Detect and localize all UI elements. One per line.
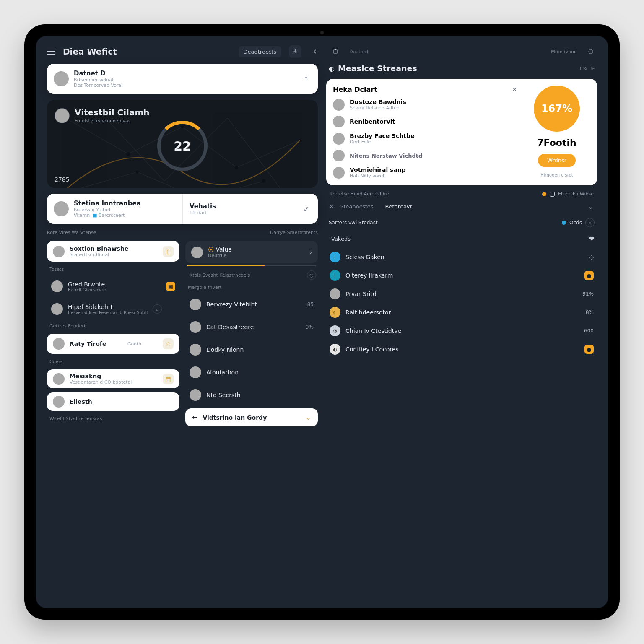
percentage-badge: 167% [534, 86, 580, 132]
chevron-left-icon[interactable] [309, 45, 322, 58]
profile-name: Datnet D [74, 70, 122, 77]
subbar-label: Sarters vwi Stodast [329, 220, 378, 226]
search-icon[interactable]: ⌕ [153, 304, 162, 314]
split-right-sub: fifr dad [190, 210, 296, 216]
progress-ring: 22 [157, 121, 208, 171]
list-item[interactable]: Afoufarbon [185, 363, 318, 382]
compass-icon: ◐ [329, 65, 335, 73]
list-item[interactable]: ◔Chian Iv Ctestidtve600 [326, 322, 597, 339]
avatar [54, 71, 69, 86]
badge-icon: ● [584, 271, 594, 280]
top-right-label[interactable]: Mrondvhod [551, 49, 577, 55]
avatar [191, 247, 203, 258]
panel-title: Heka Dclart [333, 86, 377, 93]
split-card: Stetina Inntranbea Rutervag Yultod Vkamn… [47, 194, 318, 224]
split-right[interactable]: Vehatis fifr dad ⤢ [182, 194, 318, 224]
avatar [53, 246, 65, 257]
list-item[interactable]: Hipef SidckehrtBesvemddced Pesentar lb R… [47, 300, 179, 318]
svg-line-9 [200, 181, 264, 188]
panel-big-value: 7Footih [537, 138, 576, 148]
map-corner-value: 2785 [55, 176, 70, 183]
avatar [53, 338, 65, 350]
search-icon[interactable]: ⌕ [585, 218, 595, 227]
detail-panel: Heka Dclart✕ Dustoze BawdnisSnamr Rélsun… [326, 79, 597, 185]
download-icon[interactable] [289, 45, 301, 58]
list-item[interactable]: Nto Secrsth [185, 386, 318, 404]
list-item[interactable]: Dodky Nionn [185, 340, 318, 359]
list-item[interactable]: Gred BrwnteBatrcll Ghocsowre ▦ [47, 277, 179, 296]
chevron-right-icon: › [309, 248, 312, 256]
chevron-down-icon: ⌄ [306, 413, 311, 421]
wide-button[interactable]: ← Vidtsrino lan Gordy ⌄ [185, 408, 318, 426]
avatar [54, 201, 69, 216]
action-button[interactable]: Wrdnsr [538, 154, 576, 167]
profile-sub2: Dbs Torncorved Voral [74, 83, 122, 88]
note-icon[interactable]: ▤ [163, 374, 174, 384]
checkbox[interactable] [550, 192, 555, 197]
map-sub: Fruelsty teaycono vevas [75, 118, 150, 124]
list-item[interactable]: iOlterey lirakarm● [326, 267, 597, 284]
heart-icon[interactable]: ❤ [589, 235, 595, 243]
circle-icon[interactable]: ○ [307, 270, 316, 280]
value-tile[interactable]: ⦿ ValueDeutrile › [185, 241, 318, 263]
svg-point-17 [136, 171, 138, 173]
section-label: Darrye Sraertrtifents [270, 230, 318, 235]
svg-point-15 [235, 166, 239, 169]
svg-line-6 [236, 140, 300, 168]
topbar: Diea Wefict Deadtreccts Duatnrd Mrondvho… [47, 45, 597, 58]
list-item[interactable]: Cat Desastregre9% [185, 318, 318, 336]
section-label: Rote Vires Wa Vtense [47, 230, 96, 235]
chat-icon: ◌ [589, 254, 594, 260]
app-title: Diea Wefict [63, 47, 231, 57]
expand-icon[interactable]: ⤢ [301, 204, 311, 214]
chevron-down-icon[interactable]: ⌄ [587, 203, 595, 210]
split-left[interactable]: Stetina Inntranbea Rutervag Yultod Vkamn… [47, 194, 182, 224]
arrow-up-icon [301, 74, 311, 84]
svg-line-8 [137, 172, 200, 188]
star-icon[interactable]: ☆ [163, 338, 174, 349]
list-item[interactable]: MesiakngVestigntarzh d CO bootetal ▤ [47, 369, 179, 388]
top-duatnrd[interactable]: Duatnrd [349, 49, 368, 55]
svg-line-12 [228, 118, 282, 188]
badge-icon: ● [584, 345, 594, 354]
list-item[interactable]: Soxtion BinawsheSraterttsr idfioral ▯ [47, 241, 179, 262]
power-icon[interactable] [584, 45, 597, 58]
arrow-left-icon: ← [192, 413, 197, 421]
list-item[interactable]: Raty Tirofe Gooth ☆ [47, 334, 179, 354]
avatar [53, 373, 65, 385]
avatar [51, 280, 63, 292]
profile-sub1: Brtseemer wdnat [74, 77, 122, 83]
calendar-icon[interactable]: ▦ [166, 282, 175, 291]
dot-icon [542, 192, 546, 196]
avatar [55, 108, 70, 123]
close-icon[interactable]: ✕ [329, 203, 334, 210]
clipboard-icon[interactable] [329, 45, 342, 58]
tab-active[interactable]: Betentavr [385, 203, 412, 210]
tab[interactable]: Gteanocstes [339, 203, 373, 210]
list-item[interactable]: Prvar Sritd91% [326, 286, 597, 302]
list-item[interactable]: ☾Ralt hdeersotor8% [326, 304, 597, 321]
split-left-sub: Rutervag Yultod [74, 207, 141, 213]
close-icon[interactable]: ✕ [512, 86, 517, 93]
profile-card[interactable]: Datnet D Brtseemer wdnat Dbs Torncorved … [47, 64, 318, 94]
avatar [53, 396, 65, 408]
list-item[interactable]: iSciess Gaken◌ [326, 249, 597, 265]
list-item[interactable]: Eliesth [47, 392, 179, 411]
list-item[interactable]: ◐Conffiey I Cocores● [326, 341, 597, 358]
map-card[interactable]: Vitestbil Cilamh Fruelsty teaycono vevas… [47, 100, 318, 188]
map-title: Vitestbil Cilamh [75, 107, 150, 117]
svg-rect-1 [335, 49, 336, 50]
dot-icon [562, 221, 566, 225]
section-title: Measlce Streanes [338, 64, 417, 73]
avatar [51, 303, 63, 315]
list-item[interactable]: Bervrezy Vitebiht85 [185, 295, 318, 314]
split-left-title: Stetina Inntranbea [74, 200, 141, 207]
svg-rect-0 [334, 49, 337, 54]
svg-point-13 [126, 152, 130, 156]
svg-point-2 [589, 49, 593, 54]
menu-icon[interactable] [47, 49, 55, 55]
svg-point-19 [262, 179, 265, 183]
svg-line-7 [74, 172, 138, 188]
chip-decadtreccts[interactable]: Deadtreccts [239, 46, 282, 57]
bookmark-icon[interactable]: ▯ [163, 246, 174, 257]
